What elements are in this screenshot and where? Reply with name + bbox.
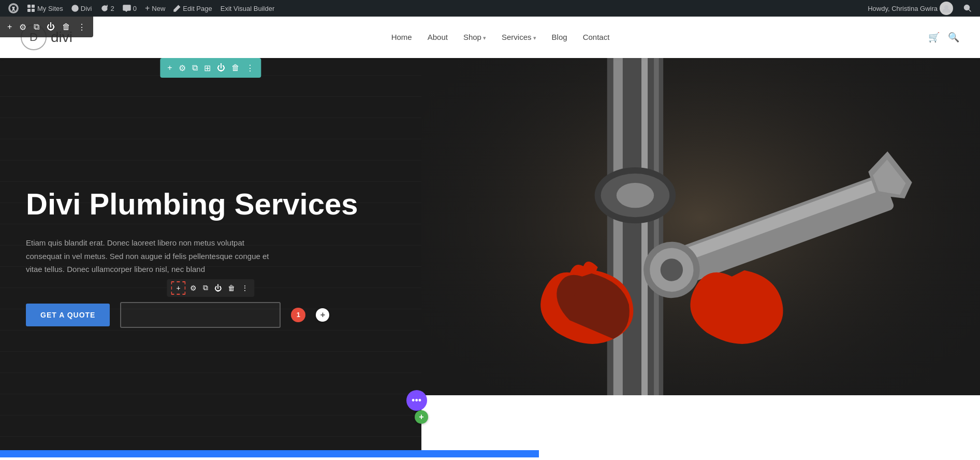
col-add-button[interactable]: +: [165, 62, 174, 74]
updates-count: 2: [111, 5, 114, 12]
user-avatar: [940, 2, 953, 15]
svg-text:D: D: [74, 6, 77, 11]
col-delete-button[interactable]: 🗑: [229, 62, 242, 74]
admin-bar: My Sites D Divi 2 0 + New Edit Page Exit…: [0, 0, 980, 17]
hero-section: + ⚙ ⧉ ⊞ ⏻ 🗑 ⋮ Divi Plumbing Services Eti…: [0, 58, 980, 457]
add-section-plus[interactable]: +: [415, 410, 428, 424]
dots-icon[interactable]: •••: [406, 390, 427, 411]
module-toolbar: + ⚙ ⧉ ⏻ 🗑 ⋮: [167, 279, 254, 297]
section-toggle-button[interactable]: ⏻: [45, 21, 57, 33]
comments-count: 0: [133, 5, 137, 12]
edit-page-label: Edit Page: [183, 5, 212, 12]
section-toolbar: + ⚙ ⧉ ⏻ 🗑 ⋮: [0, 17, 93, 37]
new-button[interactable]: + New: [141, 0, 169, 17]
nav-icons: 🛒 🔍: [928, 32, 959, 43]
module-more-button[interactable]: ⋮: [239, 283, 251, 293]
module-settings-button[interactable]: ⚙: [188, 283, 199, 293]
wp-logo-button[interactable]: [4, 0, 23, 17]
divi-button[interactable]: D Divi: [67, 0, 96, 17]
module-badge: 1: [291, 308, 305, 322]
nav-item-shop[interactable]: Shop: [463, 33, 486, 42]
section-delete-button[interactable]: 🗑: [60, 21, 72, 33]
empty-module-box: [120, 302, 281, 328]
module-toggle-button[interactable]: ⏻: [212, 283, 224, 293]
get-quote-button[interactable]: GET A QUOTE: [26, 304, 110, 326]
exit-visual-builder-button[interactable]: Exit Visual Builder: [216, 0, 279, 17]
section-duplicate-button[interactable]: ⧉: [32, 21, 41, 33]
hero-right: [421, 58, 980, 457]
nav-item-blog[interactable]: Blog: [552, 33, 567, 42]
divi-label: Divi: [81, 5, 92, 12]
search-icon[interactable]: 🔍: [948, 32, 959, 43]
module-add-dashed[interactable]: +: [171, 281, 185, 295]
hero-left: + ⚙ ⧉ ⊞ ⏻ 🗑 ⋮ Divi Plumbing Services Eti…: [0, 58, 421, 457]
svg-point-17: [617, 183, 654, 208]
cart-icon[interactable]: 🛒: [928, 32, 940, 43]
comments-button[interactable]: 0: [119, 0, 141, 17]
nav-menu: Home About Shop Services Blog Contact: [391, 33, 610, 42]
pipe-visual: [421, 58, 980, 457]
col-toggle-button[interactable]: ⏻: [215, 62, 227, 74]
svg-rect-1: [27, 5, 31, 8]
edit-page-button[interactable]: Edit Page: [169, 0, 216, 17]
svg-rect-4: [32, 9, 35, 12]
site-wrapper: + ⚙ ⧉ ⏻ 🗑 ⋮ D divi Home About Shop Servi…: [0, 17, 980, 457]
section-settings-button[interactable]: ⚙: [17, 21, 28, 33]
hero-title: Divi Plumbing Services: [26, 188, 396, 221]
dots-label: •••: [412, 395, 421, 406]
new-label: New: [152, 5, 165, 12]
column-toolbar: + ⚙ ⧉ ⊞ ⏻ 🗑 ⋮: [160, 58, 261, 78]
my-sites-label: My Sites: [37, 5, 63, 12]
admin-search-button[interactable]: [959, 0, 976, 17]
svg-rect-2: [32, 5, 35, 8]
user-greeting[interactable]: Howdy, Christina Gwira: [864, 0, 957, 17]
hero-description: Etiam quis blandit erat. Donec laoreet l…: [26, 236, 274, 276]
greeting-text: Howdy, Christina Gwira: [868, 5, 938, 12]
nav-item-home[interactable]: Home: [391, 33, 412, 42]
add-section-button[interactable]: +: [415, 410, 428, 424]
module-duplicate-button[interactable]: ⧉: [201, 282, 210, 293]
module-add-button[interactable]: +: [174, 283, 182, 293]
more-options-button[interactable]: •••: [406, 390, 427, 411]
site-nav: + ⚙ ⧉ ⏻ 🗑 ⋮ D divi Home About Shop Servi…: [0, 17, 980, 58]
nav-item-services[interactable]: Services: [502, 33, 536, 42]
col-duplicate-button[interactable]: ⧉: [190, 62, 200, 74]
nav-item-contact[interactable]: Contact: [583, 33, 610, 42]
module-delete-button[interactable]: 🗑: [226, 283, 237, 293]
admin-bar-right: Howdy, Christina Gwira: [864, 0, 976, 17]
col-more-button[interactable]: ⋮: [244, 62, 256, 74]
button-row: + ⚙ ⧉ ⏻ 🗑 ⋮ GET A QUOTE 1 +: [26, 302, 396, 328]
section-add-button[interactable]: +: [5, 21, 14, 33]
nav-item-about[interactable]: About: [428, 33, 448, 42]
section-more-button[interactable]: ⋮: [76, 21, 88, 33]
updates-button[interactable]: 2: [96, 0, 119, 17]
bottom-blue-bar: [0, 450, 539, 457]
col-columns-button[interactable]: ⊞: [202, 62, 213, 74]
exit-visual-builder-label: Exit Visual Builder: [221, 5, 275, 12]
add-module-plus[interactable]: +: [316, 308, 329, 322]
svg-rect-3: [27, 9, 31, 12]
my-sites-button[interactable]: My Sites: [23, 0, 67, 17]
white-bottom-area: [421, 395, 980, 457]
col-settings-button[interactable]: ⚙: [177, 62, 188, 74]
